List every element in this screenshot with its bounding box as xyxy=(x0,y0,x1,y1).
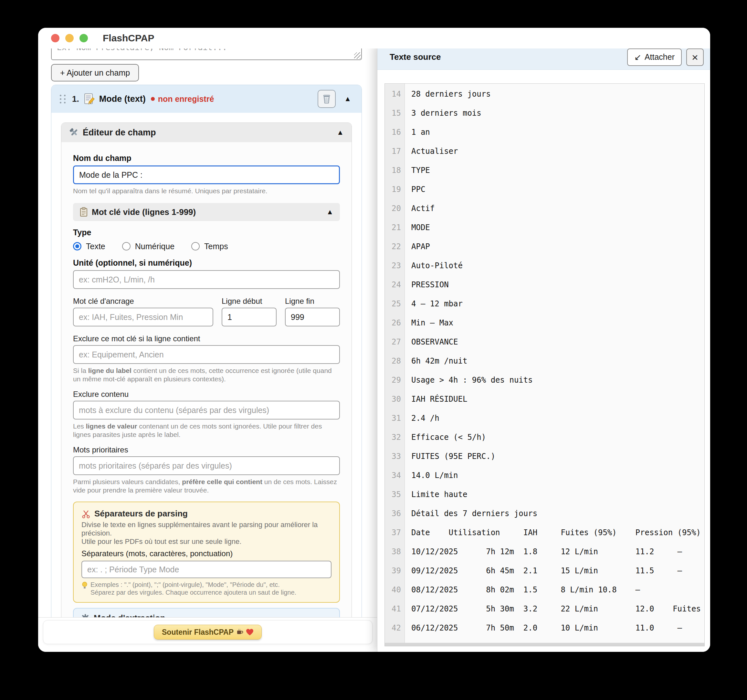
exclude-content-input[interactable] xyxy=(73,401,340,420)
radio-label: Numérique xyxy=(135,242,174,251)
description-textarea[interactable]: Ex: Nom Prestataire, Nom Forfait... xyxy=(51,48,362,60)
line-number: 21 xyxy=(385,223,405,232)
collapse-keyword-icon[interactable]: ▲ xyxy=(326,208,333,215)
zoom-window-button[interactable] xyxy=(80,34,88,42)
unsaved-status-badge: non enregistré xyxy=(151,94,214,104)
line-text: 10/12/2025 7h 12m 1.8 12 L/min 11.2 – xyxy=(405,547,682,556)
line-number: 32 xyxy=(385,433,405,442)
clipboard-icon xyxy=(80,207,88,217)
editor-header: Éditeur de champ ▲ xyxy=(61,123,352,142)
line-text: 1 an xyxy=(405,128,430,137)
line-number: 30 xyxy=(385,395,405,404)
source-line: 1428 derniers jours xyxy=(385,84,704,103)
attach-button[interactable]: ↙ Attacher xyxy=(627,48,682,66)
extraction-mode-title: Mode d'extraction xyxy=(94,613,165,617)
tools-icon xyxy=(69,128,79,137)
source-line: 32Efficace (< 5/h) xyxy=(385,427,704,447)
left-footer: Soutenir FlashCPAP xyxy=(38,617,377,652)
line-text: 07/12/2025 5h 30m 3.2 22 L/min 12.0 Fuit… xyxy=(405,605,701,614)
type-radio-numérique[interactable]: Numérique xyxy=(122,242,174,251)
collapse-field-icon[interactable]: ▲ xyxy=(344,95,351,103)
exclude-line-input[interactable] xyxy=(73,345,340,364)
attach-arrow-icon: ↙ xyxy=(634,53,641,61)
window-controls xyxy=(38,34,88,42)
line-number: 14 xyxy=(385,89,405,98)
minimize-window-button[interactable] xyxy=(65,34,74,42)
line-number: 41 xyxy=(385,605,405,614)
line-text: 2.4 /h xyxy=(405,414,439,423)
extraction-mode-title-row: Mode d'extraction xyxy=(81,613,332,617)
type-radio-temps[interactable]: Temps xyxy=(191,242,228,251)
field-name-help: Nom tel qu'il apparaîtra dans le résumé.… xyxy=(73,187,340,195)
radio-icon[interactable] xyxy=(191,242,200,250)
line-number: 36 xyxy=(385,509,405,518)
line-text: 09/12/2025 6h 45m 2.1 15 L/min 11.5 – xyxy=(405,566,682,575)
line-number: 17 xyxy=(385,147,405,156)
type-radio-texte[interactable]: Texte xyxy=(73,242,105,251)
line-text: TYPE xyxy=(405,166,430,175)
type-radio-group: TexteNumériqueTemps xyxy=(73,241,340,252)
line-start-input[interactable] xyxy=(222,308,277,326)
titlebar: FlashCPAP xyxy=(38,28,710,48)
radio-label: Temps xyxy=(204,242,228,251)
close-panel-button[interactable]: × xyxy=(686,48,704,66)
close-window-button[interactable] xyxy=(51,34,59,42)
unit-input[interactable] xyxy=(73,270,340,289)
anchor-input[interactable] xyxy=(73,308,213,326)
line-number: 16 xyxy=(385,128,405,137)
source-line: 21MODE xyxy=(385,218,704,237)
source-line: 27OBSERVANCE xyxy=(385,332,704,351)
line-number: 19 xyxy=(385,185,405,194)
line-text: APAP xyxy=(405,242,430,251)
line-number: 28 xyxy=(385,356,405,365)
support-button[interactable]: Soutenir FlashCPAP xyxy=(154,625,262,639)
source-line: 17Actualiser xyxy=(385,142,704,161)
line-end-input[interactable] xyxy=(285,308,340,326)
field-card: 1. Mode (text) non enregistré xyxy=(51,85,362,617)
separators-title-row: Séparateurs de parsing xyxy=(82,509,331,519)
line-text: Efficace (< 5/h) xyxy=(405,433,486,442)
source-line: 254 – 12 mbar xyxy=(385,294,704,313)
radio-label: Texte xyxy=(86,242,105,251)
line-text: 08/12/2025 8h 02m 1.5 8 L/min 10.8 – xyxy=(405,585,640,594)
priority-words-input[interactable] xyxy=(73,456,340,475)
collapse-editor-icon[interactable]: ▲ xyxy=(337,129,344,136)
heart-icon xyxy=(246,629,254,636)
delete-field-button[interactable] xyxy=(318,90,336,108)
field-card-body: Éditeur de champ ▲ Nom du champ Nom tel … xyxy=(51,113,361,617)
anchor-label: Mot clé d'ancrage xyxy=(73,297,213,306)
line-number: 38 xyxy=(385,547,405,556)
drag-handle-icon[interactable] xyxy=(60,95,66,103)
line-number: 15 xyxy=(385,109,405,118)
line-text: Actualiser xyxy=(405,147,458,156)
field-name-input[interactable] xyxy=(73,165,340,184)
line-text: 14.0 L/min xyxy=(405,471,458,480)
source-lines: 1428 derniers jours153 derniers mois161 … xyxy=(385,84,704,637)
line-number: 22 xyxy=(385,242,405,251)
source-line: 312.4 /h xyxy=(385,409,704,427)
line-text: PRESSION xyxy=(405,280,449,289)
separators-input[interactable] xyxy=(82,561,331,578)
source-text-box[interactable]: 1428 derniers jours153 derniers mois161 … xyxy=(384,83,705,646)
line-text: MODE xyxy=(405,223,430,232)
lightbulb-icon xyxy=(82,582,88,589)
source-panel-actions: ↙ Attacher × xyxy=(627,48,704,66)
line-start-label: Ligne début xyxy=(222,297,277,306)
source-line: 33FUITES (95E PERC.) xyxy=(385,447,704,466)
source-line: 3810/12/2025 7h 12m 1.8 12 L/min 11.2 – xyxy=(385,542,704,561)
textarea-resize-handle[interactable] xyxy=(354,52,361,59)
radio-icon[interactable] xyxy=(73,242,82,250)
line-text: Auto-Piloté xyxy=(405,261,463,270)
source-line: 37Date Utilisation IAH Fuites (95%) Pres… xyxy=(385,523,704,542)
source-line: 4206/12/2025 7h 50m 2.0 10 L/min 11.0 – xyxy=(385,618,704,637)
radio-icon[interactable] xyxy=(122,242,130,250)
horizontal-scrollbar[interactable] xyxy=(385,643,704,646)
exclude-line-label: Exclure ce mot clé si la ligne contient xyxy=(73,334,340,343)
app-window: FlashCPAP Ex: Nom Prestataire, Nom Forfa… xyxy=(38,28,710,652)
add-field-button[interactable]: + Ajouter un champ xyxy=(51,64,139,82)
line-number: 23 xyxy=(385,261,405,270)
line-number: 35 xyxy=(385,490,405,499)
separators-box: Séparateurs de parsing Divise le texte e… xyxy=(73,502,340,603)
source-line: 18TYPE xyxy=(385,161,704,180)
source-line: 24PRESSION xyxy=(385,275,704,294)
